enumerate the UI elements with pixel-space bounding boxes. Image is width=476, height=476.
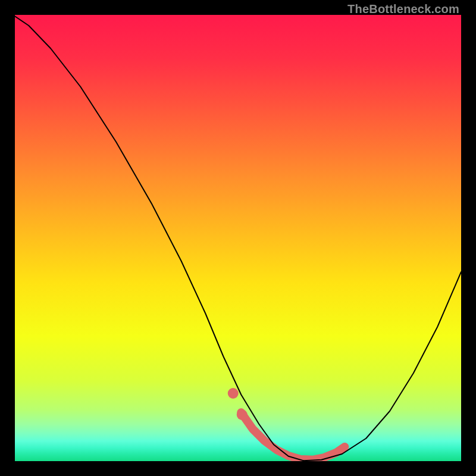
watermark-text: TheBottleneck.com (347, 2, 459, 16)
svg-point-1 (228, 388, 239, 399)
svg-point-2 (237, 409, 248, 420)
curve-layer (15, 15, 461, 461)
plot-area (15, 15, 461, 461)
highlight-dots (228, 388, 248, 420)
chart-frame: TheBottleneck.com (0, 0, 476, 476)
